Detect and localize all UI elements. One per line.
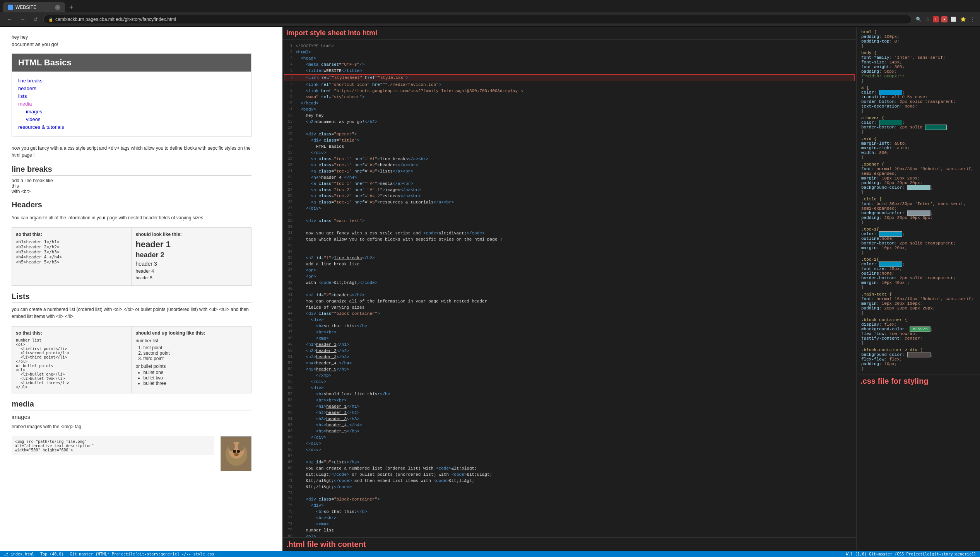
code-line-40: 40 <box>284 286 855 292</box>
css-panel: html { padding: 100px; padding-top: 0; }… <box>856 27 980 551</box>
code-line-41: 41 <h2 id="2">Headers</h2> <box>284 292 855 298</box>
css-line: padding: 20px 20px 20px 20px; <box>861 306 975 311</box>
toc-link-images[interactable]: images <box>26 109 42 114</box>
code-line-18: 18 </div> <box>284 150 855 156</box>
code-line-12: 12 hey hey <box>284 113 855 119</box>
svg-point-6 <box>237 450 240 453</box>
css-line: html { <box>861 30 975 34</box>
css-line: } <box>861 44 975 48</box>
toc-link-line-breaks[interactable]: line breaks <box>18 78 43 84</box>
code-line-72: 72 &lt;/li&gt;</code> <box>284 484 855 490</box>
lists-section: Lists you can create a numbered list (or… <box>12 292 251 393</box>
tab-favicon <box>8 5 13 10</box>
css-line: width: 800; <box>861 150 975 155</box>
toc-item-resources: resources & tutorials <box>18 124 245 130</box>
toc-link-resources[interactable]: resources & tutorials <box>18 124 64 130</box>
css-line: margin-right: auto; <box>861 146 975 150</box>
code-line-67: 67 <box>284 453 855 459</box>
line-breaks-desc: add a line break likethiswith <br> <box>12 178 251 194</box>
code-line-29: 29 <div class="main-text"> <box>284 218 855 224</box>
css-line: font: bold 36px/30px 'Inter', sans-serif… <box>861 202 975 211</box>
code-line-30: 30 <box>284 224 855 230</box>
fancy-desc: now you get fancy with a a css style scr… <box>12 145 251 159</box>
code-line-45: 45 <div> <box>284 317 855 323</box>
active-tab[interactable]: WEBSITE × <box>3 2 65 12</box>
bullet-item-1: bullet one <box>144 370 248 375</box>
css-line: .main-text { <box>861 292 975 297</box>
extension-icon-1[interactable]: ⬜ <box>950 16 957 23</box>
toc-link-videos[interactable]: videos <box>26 116 41 122</box>
star-icon[interactable]: ☆ <box>925 16 930 23</box>
image-demo: <img src="path/to/img_file.png" alt="alt… <box>12 436 251 471</box>
main-area: hey hey document as you go! HTML Basics … <box>0 27 980 551</box>
css-line: /*width: 800px;*/ <box>861 74 975 79</box>
code-line-50: 50 <h2>header_2</h2> <box>284 348 855 354</box>
css-line: } <box>861 250 975 255</box>
toc-item-lists: lists <box>18 93 245 99</box>
css-line: padding-top: 0; <box>861 39 975 44</box>
tab-close-button[interactable]: × <box>55 5 60 10</box>
code-line-1: 1 <!DOCTYPE html> <box>284 43 855 49</box>
code-line-23: 23 <a class="toc-1" href="#4">media</a><… <box>284 181 855 187</box>
dog-image-placeholder <box>221 436 251 471</box>
toc-item-media: media <box>18 101 245 107</box>
refresh-button[interactable]: ↺ <box>31 15 40 23</box>
back-button[interactable]: ← <box>5 15 15 23</box>
doc-as-you-text: document as you go! <box>12 41 251 47</box>
right-panel: import style sheet into html 1 <!DOCTYPE… <box>282 27 980 551</box>
code-line-5: 5 <title>WEBSITE</title> <box>284 68 855 74</box>
url-bar[interactable]: 🔒 camblackburn.pages.cba.mit.edu/git-sto… <box>43 15 912 24</box>
code-content[interactable]: 1 <!DOCTYPE html> 2 <html> 3 <head> 4 <m… <box>282 40 856 537</box>
list-item-3: third point <box>144 356 248 361</box>
code-line-22: 22 <h4>header 4 </h4> <box>284 174 855 181</box>
extension-icon-red[interactable]: ! <box>933 16 939 22</box>
svg-point-3 <box>229 442 235 451</box>
toc-link-headers[interactable]: headers <box>18 85 36 91</box>
code-line-26: 26 <a class="toc-1" href="#5">resources … <box>284 199 855 205</box>
css-line: .title { <box>861 197 975 202</box>
css-line: color: #0093C0; <box>861 262 975 267</box>
code-line-32: 32 tags which allow you to define blocks… <box>284 236 855 243</box>
css-line: margin: 10px 40px ; <box>861 280 975 285</box>
extension-icon-red2[interactable]: ● <box>941 16 948 22</box>
bookmark-icon[interactable]: ⭐ <box>959 16 967 23</box>
code-line-42: 42 You can organize all of the informati… <box>284 298 855 304</box>
new-tab-button[interactable]: + <box>67 3 76 12</box>
code-line-8: 8 <link href="https://fonts.googleapis.c… <box>284 88 855 94</box>
toc-link-media[interactable]: media <box>18 101 32 107</box>
code-line-44: 44 <div class="block-container"> <box>284 311 855 317</box>
code-panel-header: import style sheet into html <box>282 27 856 40</box>
code-line-35: 35 <h2 id="1">line breaks</h2> <box>284 255 855 261</box>
lists-desc: you can create a numbered list (ordered … <box>12 306 251 320</box>
code-line-75: 75 <div> <box>284 502 855 509</box>
menu-icon[interactable]: ⋮ <box>969 16 975 23</box>
code-line-61: 61 <h3>header_3</h3> <box>284 416 855 422</box>
status-middle: Git:master {HTML* Projectile[git-story:g… <box>70 552 214 556</box>
css-line: } <box>861 366 975 371</box>
css-line: border-bottom: 2px solid #006656; <box>861 125 975 130</box>
images-heading: images <box>12 413 251 420</box>
code-line-17: 17 HTML Basics <box>284 144 855 150</box>
headers-heading: Headers <box>12 200 251 211</box>
forward-button[interactable]: → <box>18 15 28 23</box>
css-line: background-color: #83929C; <box>861 211 975 215</box>
css-line: #background-color: #35925; <box>861 327 975 331</box>
html-basics-title: HTML Basics <box>12 54 251 72</box>
code-line-76: 76 <b>so that this:</b> <box>284 509 855 515</box>
h1-demo: header 1 <box>136 239 248 249</box>
search-icon[interactable]: 🔍 <box>915 16 922 23</box>
toc-link-lists[interactable]: lists <box>18 93 27 99</box>
toc-item-images: images <box>18 109 245 115</box>
address-bar-icons: 🔍 ☆ ! ● ⬜ ⭐ ⋮ <box>915 16 975 23</box>
css-line: .block-container { <box>861 318 975 322</box>
toc-item-line-breaks: line breaks <box>18 78 245 84</box>
code-line-24: 24 <a class="toc-2" href="#4.1">images</… <box>284 187 855 193</box>
code-line-47: 47 <br><br> <box>284 329 855 335</box>
code-line-14: 14 <box>284 125 855 131</box>
code-line-2: 2 <html> <box>284 49 855 55</box>
image-code: <img src="path/to/img_file.png" alt="alt… <box>12 436 214 455</box>
headers-desc: You can organize all of the information … <box>12 214 251 221</box>
code-line-38: 38 <br> <box>284 273 855 280</box>
code-line-37: 37 <br> <box>284 267 855 273</box>
h5-demo: header 5 <box>136 275 248 280</box>
